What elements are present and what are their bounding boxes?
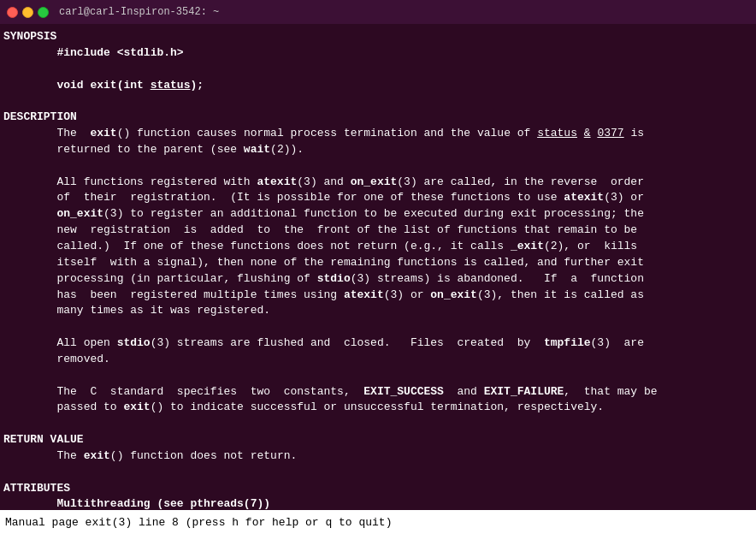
terminal-content: SYNOPSIS #include <stdlib.h> void exit(i… [3,29,753,510]
synopsis-label: SYNOPSIS [3,30,56,43]
traffic-lights [7,7,49,18]
close-button[interactable] [7,7,18,18]
status-bar: Manual page exit(3) line 8 (press h for … [0,510,756,534]
attributes-label: ATTRIBUTES [3,482,70,495]
include-line: #include <stdlib.h> [56,46,183,59]
terminal-body: SYNOPSIS #include <stdlib.h> void exit(i… [0,24,756,510]
minimize-button[interactable] [22,7,33,18]
title-bar: carl@carl-Inspiron-3542: ~ [0,0,756,24]
status-text: Manual page exit(3) line 8 (press h for … [5,516,392,529]
window-title: carl@carl-Inspiron-3542: ~ [59,6,219,18]
maximize-button[interactable] [38,7,49,18]
void-line: void exit(int status); [56,79,204,92]
description-label: DESCRIPTION [3,110,77,123]
return-label: RETURN VALUE [3,433,84,446]
